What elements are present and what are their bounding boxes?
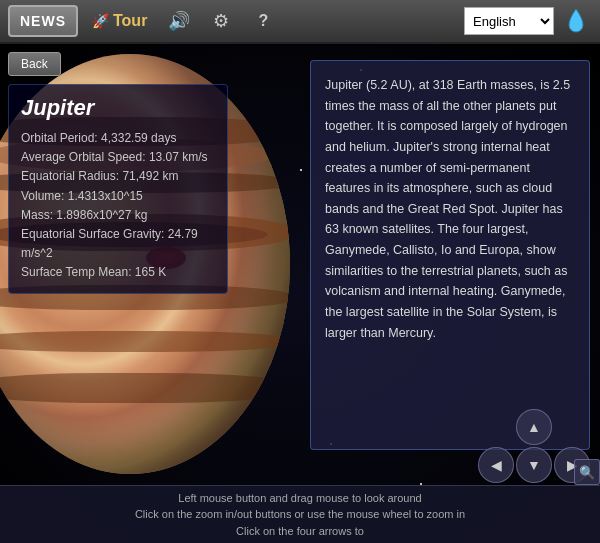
surface-temp-value: 165 K — [135, 265, 166, 279]
volume-value: 1.4313x10^15 — [68, 189, 143, 203]
volume-label: Volume: — [21, 189, 64, 203]
equatorial-surface-gravity: Equatorial Surface Gravity: 24.79 m/s^2 — [21, 225, 215, 263]
status-bar: Left mouse button and drag mouse to look… — [0, 485, 600, 544]
settings-icon: ⚙ — [213, 10, 229, 32]
mass: Mass: 1.8986x10^27 kg — [21, 206, 215, 225]
sound-icon: 🔊 — [168, 10, 190, 32]
back-label: Back — [21, 57, 48, 71]
avg-orbital-speed: Average Orbital Speed: 13.07 km/s — [21, 148, 215, 167]
avg-orbital-speed-label: Average Orbital Speed: — [21, 150, 146, 164]
down-arrow-icon: ▼ — [527, 457, 541, 473]
arrow-row-top: ▲ — [516, 409, 552, 445]
arrow-up-button[interactable]: ▲ — [516, 409, 552, 445]
help-button[interactable]: ? — [245, 5, 281, 37]
eq-surface-gravity-label: Equatorial Surface Gravity: — [21, 227, 164, 241]
status-line-1: Left mouse button and drag mouse to look… — [10, 490, 590, 507]
zoom-icon-symbol: 🔍 — [579, 465, 595, 480]
help-icon: ? — [258, 12, 268, 30]
news-label: NEWS — [20, 13, 66, 29]
navbar: NEWS 🚀 Tour 🔊 ⚙ ? English Spanish French… — [0, 0, 600, 44]
arrow-down-button[interactable]: ▼ — [516, 447, 552, 483]
main-area: Back Jupiter Orbital Period: 4,332.59 da… — [0, 44, 600, 543]
language-selector[interactable]: English Spanish French German — [464, 7, 554, 35]
left-arrow-icon: ◀ — [491, 457, 502, 473]
water-icon[interactable] — [560, 5, 592, 37]
orbital-period: Orbital Period: 4,332.59 days — [21, 129, 215, 148]
tour-button[interactable]: 🚀 Tour — [84, 5, 155, 37]
sound-button[interactable]: 🔊 — [161, 5, 197, 37]
surface-temp: Surface Temp Mean: 165 K — [21, 263, 215, 282]
description-panel: Jupiter (5.2 AU), at 318 Earth masses, i… — [310, 60, 590, 450]
orbital-period-label: Orbital Period: — [21, 131, 98, 145]
tour-label: Tour — [113, 12, 147, 30]
orbital-period-value: 4,332.59 days — [101, 131, 176, 145]
surface-temp-label: Surface Temp Mean: — [21, 265, 132, 279]
status-line-3: Click on the four arrows to — [10, 523, 590, 540]
mass-label: Mass: — [21, 208, 53, 222]
equatorial-radius-label: Equatorial Radius: — [21, 169, 119, 183]
volume: Volume: 1.4313x10^15 — [21, 187, 215, 206]
mass-value: 1.8986x10^27 kg — [56, 208, 147, 222]
rocket-icon: 🚀 — [92, 13, 109, 29]
planet-name: Jupiter — [21, 95, 215, 121]
settings-button[interactable]: ⚙ — [203, 5, 239, 37]
description-text: Jupiter (5.2 AU), at 318 Earth masses, i… — [325, 75, 575, 343]
avg-orbital-speed-value: 13.07 km/s — [149, 150, 208, 164]
equatorial-radius-value: 71,492 km — [122, 169, 178, 183]
up-arrow-icon: ▲ — [527, 419, 541, 435]
news-button[interactable]: NEWS — [8, 5, 78, 37]
status-line-2: Click on the zoom in/out buttons or use … — [10, 506, 590, 523]
zoom-button[interactable]: 🔍 — [574, 459, 600, 485]
back-button[interactable]: Back — [8, 52, 61, 76]
info-panel: Jupiter Orbital Period: 4,332.59 days Av… — [8, 84, 228, 294]
arrow-left-button[interactable]: ◀ — [478, 447, 514, 483]
equatorial-radius: Equatorial Radius: 71,492 km — [21, 167, 215, 186]
